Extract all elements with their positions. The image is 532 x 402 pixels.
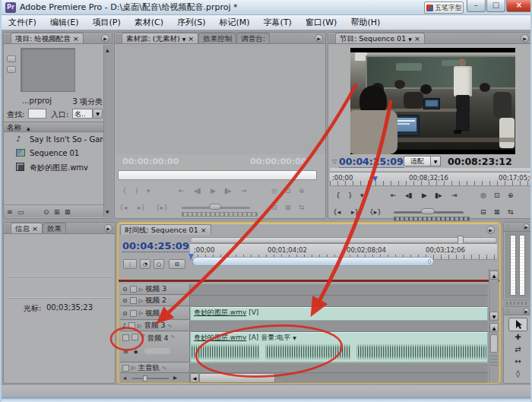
- track-header-video3[interactable]: ⊙▷视频 3: [120, 284, 190, 295]
- jog-disk[interactable]: [394, 217, 470, 221]
- panel-grip[interactable]: [5, 35, 10, 43]
- tool-pen[interactable]: ◊: [508, 369, 527, 381]
- snap-toggle[interactable]: ⋮: [123, 259, 137, 269]
- fit-dropdown-icon[interactable]: ▼: [431, 156, 441, 166]
- menu-window[interactable]: 窗口(W): [299, 15, 344, 30]
- output-icon[interactable]: ⊕: [299, 186, 305, 195]
- set-marker-icon[interactable]: ▾: [360, 191, 364, 200]
- marker-menu-button[interactable]: ⊟: [169, 259, 185, 269]
- source-timecode[interactable]: 00:00:00:00: [122, 157, 179, 166]
- set-out-icon[interactable]: }: [348, 191, 353, 200]
- tab-info[interactable]: 信息 ×: [11, 223, 43, 233]
- workarea-bar[interactable]: [190, 237, 497, 243]
- panel-menu-icon[interactable]: ▶: [523, 308, 530, 315]
- show-keyframes-icon[interactable]: ⊞: [123, 347, 128, 356]
- scroll-up-icon[interactable]: ▲: [106, 46, 109, 55]
- extract-icon[interactable]: ⊠: [494, 207, 500, 217]
- panel-menu-icon[interactable]: ▶: [523, 223, 530, 230]
- panel-grip[interactable]: [116, 35, 121, 43]
- bin-item-sequence[interactable]: Sequence 01: [30, 149, 79, 157]
- tool-rate-stretch[interactable]: ↔: [508, 357, 527, 369]
- play-in-out-icon[interactable]: {▸}: [156, 203, 168, 212]
- play-icon[interactable]: ▶: [422, 191, 427, 200]
- menu-title[interactable]: 字幕(T): [257, 15, 299, 30]
- trim-icon[interactable]: ⇆: [508, 207, 514, 217]
- sync-lock-box[interactable]: [122, 365, 129, 372]
- entry-dropdown-icon[interactable]: ▼: [93, 109, 103, 119]
- panel-grip[interactable]: [505, 225, 510, 230]
- set-out-icon[interactable]: }: [135, 186, 139, 195]
- menu-help[interactable]: 帮助(H): [344, 15, 387, 30]
- insert-icon[interactable]: ⊟: [271, 203, 277, 212]
- program-time-ruler[interactable]: ;00;00 00;08;32;16 00;17;05;0 ▼: [330, 172, 531, 186]
- eye-icon[interactable]: ⊙: [122, 297, 128, 304]
- menu-sequence[interactable]: 序列(S): [170, 15, 213, 30]
- tab-dropdown-icon[interactable]: ▼: [182, 36, 186, 42]
- expand-icon[interactable]: ▷: [139, 298, 143, 304]
- shuttle-thumb[interactable]: [421, 208, 435, 214]
- tab-close-icon[interactable]: ×: [414, 34, 420, 43]
- bin-item-audio[interactable]: Say It Isn't So - Gare: [30, 135, 107, 144]
- scroll-thumb[interactable]: [490, 334, 498, 353]
- overlay-icon[interactable]: ⊠: [285, 203, 291, 212]
- menu-marker[interactable]: 标记(M): [213, 15, 257, 30]
- panel-menu-icon[interactable]: ▶: [521, 34, 529, 43]
- menu-project[interactable]: 项目(P): [85, 15, 127, 30]
- list-view-icon[interactable]: ≡: [7, 207, 13, 217]
- tab-close-icon[interactable]: ×: [73, 34, 79, 43]
- go-out-icon[interactable]: ⇥: [241, 186, 247, 195]
- source-scrollbar[interactable]: [118, 170, 317, 180]
- tab-close-icon[interactable]: ×: [188, 34, 194, 43]
- maximize-button[interactable]: □: [486, 0, 505, 12]
- track-header-audio3[interactable]: ♪▷音频 3∿: [120, 321, 190, 331]
- step-fwd-icon[interactable]: ▮▸: [435, 191, 442, 200]
- video1-clip[interactable]: 奇妙的图层.wmv [V]: [190, 307, 488, 321]
- timeline-timecode[interactable]: 00:04:25:09: [122, 240, 189, 252]
- sync-lock-box[interactable]: [128, 322, 135, 329]
- track-header-master[interactable]: ▷主音轨∿: [120, 363, 190, 373]
- tab-dropdown-icon[interactable]: ▼: [408, 36, 412, 42]
- edge-view-toggle[interactable]: ◔: [140, 259, 150, 269]
- zoom-slider[interactable]: [132, 378, 169, 379]
- tab-source[interactable]: 素材源: (无素材) ▼ ×: [122, 33, 198, 43]
- go-to-out-icon[interactable]: ▸}: [138, 203, 145, 212]
- go-out-icon[interactable]: ⇥: [451, 191, 458, 200]
- audio4-mute-checkbox[interactable]: [122, 334, 129, 341]
- track-row-video3[interactable]: [190, 284, 488, 296]
- icon-view-icon[interactable]: ▭: [17, 207, 24, 217]
- scroll-up-icon[interactable]: ▲: [489, 323, 499, 332]
- expand-icon[interactable]: ▷: [139, 286, 143, 293]
- set-in-icon[interactable]: {: [336, 191, 340, 200]
- scroll-down-icon[interactable]: ▼: [106, 207, 109, 217]
- safe-margins-icon[interactable]: ⊡: [285, 186, 291, 195]
- loop-icon[interactable]: ◎: [480, 191, 486, 200]
- output-icon[interactable]: ⊕: [508, 191, 514, 200]
- tab-timeline[interactable]: 时间线: Sequence 01 ×: [120, 224, 211, 235]
- expand-icon[interactable]: ▷: [131, 365, 135, 371]
- panel-grip[interactable]: [330, 35, 334, 43]
- tool-ripple-edit[interactable]: ⇄: [508, 345, 527, 356]
- find-bin-icon[interactable]: ⊙: [43, 207, 49, 217]
- tab-effect-controls[interactable]: 效果控制: [198, 33, 236, 43]
- fit-select[interactable]: 适配: [404, 156, 431, 166]
- set-marker-icon[interactable]: ▾: [147, 186, 150, 195]
- track-row-audio3[interactable]: [190, 321, 488, 332]
- sync-lock-box[interactable]: [130, 297, 137, 304]
- safe-margins-icon[interactable]: ⊡: [494, 191, 500, 200]
- menu-edit[interactable]: 编辑(E): [43, 15, 86, 30]
- resize-grip[interactable]: [490, 356, 498, 368]
- playhead-icon[interactable]: ▼: [188, 252, 194, 260]
- go-to-in-icon[interactable]: {◂: [119, 203, 127, 212]
- program-current-timecode[interactable]: 00:04:25:09: [339, 156, 404, 168]
- zoom-in-icon[interactable]: ▸: [173, 373, 177, 382]
- step-fwd-icon[interactable]: ▮▸: [224, 186, 231, 195]
- go-in-icon[interactable]: ⇤: [179, 186, 185, 195]
- go-to-out-icon[interactable]: ▸}: [351, 207, 359, 217]
- scroll-up-icon[interactable]: ▲: [489, 271, 499, 280]
- jog-disk[interactable]: [182, 212, 258, 217]
- keyframe-toggle[interactable]: ○: [154, 259, 164, 269]
- sync-lock-box[interactable]: [130, 286, 137, 293]
- poster-frame-button[interactable]: [7, 55, 16, 62]
- set-in-icon[interactable]: {: [122, 186, 127, 195]
- viewing-area-handle[interactable]: [428, 259, 431, 264]
